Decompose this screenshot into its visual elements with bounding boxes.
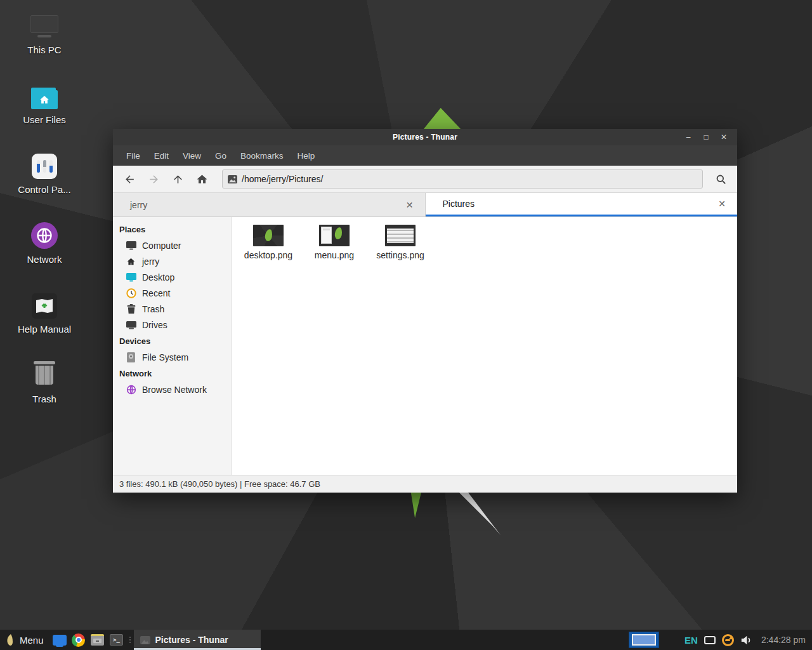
- panel-separator: [128, 630, 133, 650]
- keyboard-layout-indicator[interactable]: EN: [684, 635, 698, 646]
- desktop-icon-help-manual[interactable]: Help Manual: [11, 288, 77, 358]
- start-menu-button[interactable]: Menu: [0, 630, 50, 650]
- sidebar-item-label: Desktop: [142, 272, 174, 282]
- path-bar[interactable]: /home/jerry/Pictures/: [222, 169, 703, 189]
- file-view[interactable]: desktop.png menu.png settings.png: [232, 217, 737, 475]
- desktop-icon-this-pc[interactable]: This PC: [11, 9, 77, 79]
- this-pc-icon: [30, 9, 58, 39]
- back-button[interactable]: [118, 169, 141, 189]
- terminal-icon: >_: [110, 634, 123, 646]
- sidebar-item-trash[interactable]: Trash: [113, 301, 231, 317]
- file-menu-png[interactable]: menu.png: [304, 225, 365, 260]
- user-files-folder-icon: [31, 79, 58, 109]
- path-text: /home/jerry/Pictures/: [242, 174, 323, 184]
- control-panel-icon: [32, 149, 57, 179]
- active-workspace[interactable]: [632, 634, 656, 646]
- update-manager-icon[interactable]: [722, 634, 734, 646]
- home-icon: [126, 256, 136, 267]
- sidebar-item-file-system[interactable]: File System: [113, 349, 231, 365]
- menu-label: Menu: [20, 635, 44, 646]
- volume-icon[interactable]: [740, 635, 752, 646]
- sidebar-item-label: jerry: [142, 256, 159, 267]
- tab-jerry[interactable]: jerry ✕: [113, 193, 426, 216]
- taskbar-window-label: Pictures - Thunar: [155, 635, 228, 645]
- image-file-icon: [228, 175, 237, 183]
- up-button[interactable]: [166, 169, 189, 189]
- window-titlebar[interactable]: Pictures - Thunar – □ ✕: [113, 129, 737, 145]
- wallpaper-mint-leaf-top: [424, 108, 461, 129]
- sidebar-item-jerry[interactable]: jerry: [113, 253, 231, 269]
- file-cabinet-icon: [91, 634, 104, 646]
- sidebar-item-recent[interactable]: Recent: [113, 285, 231, 301]
- desktop-icon-control-panel[interactable]: Control Pa...: [11, 149, 77, 218]
- desktop-icon-label: Help Manual: [18, 324, 71, 335]
- menu-bookmarks[interactable]: Bookmarks: [233, 148, 291, 164]
- desktop-icon-network[interactable]: Network: [11, 218, 77, 288]
- sidebar-item-label: Browse Network: [142, 385, 207, 395]
- desktop-icon-column: This PC User Files Control Pa...: [11, 9, 77, 428]
- file-name: settings.png: [376, 250, 424, 260]
- clock[interactable]: 2:44:28 pm: [759, 635, 806, 645]
- sidebar-item-drives[interactable]: Drives: [113, 317, 231, 333]
- menu-edit[interactable]: Edit: [147, 148, 176, 164]
- sidebar-item-desktop[interactable]: Desktop: [113, 269, 231, 285]
- chrome-launcher[interactable]: [69, 630, 88, 650]
- menu-go[interactable]: Go: [208, 148, 233, 164]
- file-settings-png[interactable]: settings.png: [370, 225, 431, 260]
- menu-view[interactable]: View: [176, 148, 208, 164]
- sidebar-item-label: Drives: [142, 320, 167, 330]
- thunar-window: Pictures - Thunar – □ ✕ File Edit View G…: [113, 129, 737, 493]
- tab-bar: jerry ✕ Pictures ✕: [113, 193, 737, 217]
- image-thumbnail: [385, 225, 416, 246]
- terminal-launcher[interactable]: >_: [107, 630, 126, 650]
- tab-close-icon[interactable]: ✕: [402, 199, 417, 211]
- desktop-icon-label: Network: [27, 254, 62, 265]
- tab-label: jerry: [130, 200, 402, 210]
- workspace-switcher[interactable]: [629, 632, 659, 648]
- show-desktop-launcher[interactable]: [50, 630, 69, 650]
- status-text: 3 files: 490.1 kB (490,050 bytes) | Free…: [119, 479, 320, 489]
- file-desktop-png[interactable]: desktop.png: [238, 225, 299, 260]
- minimize-button[interactable]: –: [681, 131, 695, 143]
- tab-pictures[interactable]: Pictures ✕: [426, 193, 738, 216]
- desktop-icon-label: Trash: [32, 394, 56, 404]
- window-controls: – □ ✕: [681, 131, 737, 143]
- sidebar-item-browse-network[interactable]: Browse Network: [113, 381, 231, 397]
- filesystem-icon: [126, 352, 136, 362]
- tab-close-icon[interactable]: ✕: [714, 197, 730, 210]
- recent-clock-icon: [126, 288, 136, 298]
- file-manager-launcher[interactable]: [88, 630, 107, 650]
- show-desktop-icon: [53, 635, 67, 646]
- desktop-icon-label: User Files: [23, 114, 66, 125]
- sidebar-item-label: Trash: [142, 304, 164, 314]
- status-bar: 3 files: 490.1 kB (490,050 bytes) | Free…: [113, 475, 737, 493]
- maximize-button[interactable]: □: [699, 131, 713, 143]
- desktop-icon-trash[interactable]: Trash: [11, 358, 77, 428]
- chrome-icon: [72, 633, 85, 647]
- sidebar-item-label: File System: [142, 352, 188, 362]
- home-button[interactable]: [190, 169, 213, 189]
- taskbar: Menu >_ Pictures - Thunar EN 2:44:28 pm: [0, 630, 812, 650]
- menu-file[interactable]: File: [119, 148, 147, 164]
- desktop-icon-label: This PC: [27, 44, 61, 55]
- desktop: This PC User Files Control Pa...: [0, 0, 812, 650]
- network-globe-icon: [31, 218, 58, 249]
- menu-help[interactable]: Help: [291, 148, 322, 164]
- image-thumbnail: [253, 225, 284, 246]
- desktop-icon: [126, 272, 136, 282]
- help-manual-icon: [32, 288, 57, 319]
- search-button[interactable]: [709, 169, 732, 189]
- close-button[interactable]: ✕: [717, 131, 731, 143]
- forward-button[interactable]: [142, 169, 165, 189]
- wallpaper-mint-leaf-stem: [410, 493, 421, 518]
- sidebar-item-label: Recent: [142, 288, 170, 298]
- toolbar: /home/jerry/Pictures/: [113, 166, 737, 193]
- computer-icon: [126, 240, 136, 251]
- display-tray-icon[interactable]: [704, 636, 716, 644]
- network-globe-icon: [126, 384, 136, 395]
- desktop-icon-user-files[interactable]: User Files: [11, 79, 77, 149]
- taskbar-window-button[interactable]: Pictures - Thunar: [134, 630, 261, 650]
- sidebar-header-places: Places: [113, 221, 231, 237]
- sidebar-item-computer[interactable]: Computer: [113, 237, 231, 253]
- system-tray: EN 2:44:28 pm: [684, 634, 812, 646]
